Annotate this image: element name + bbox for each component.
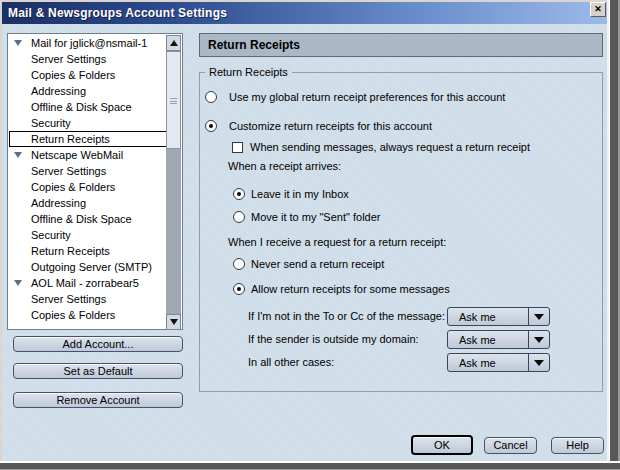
- twisty-down-icon[interactable]: [14, 40, 22, 46]
- tree-scrollbar[interactable]: [166, 35, 181, 330]
- tree-item-copies-folders[interactable]: Copies & Folders: [9, 67, 167, 83]
- tree-item-label: Copies & Folders: [31, 69, 115, 81]
- when-receive-request-label: When I receive a request for a return re…: [228, 234, 446, 250]
- tree-item-security-2[interactable]: Security: [9, 227, 167, 243]
- radio-customize[interactable]: Customize return receipts for this accou…: [205, 118, 432, 134]
- window-title: Mail & Newsgroups Account Settings: [2, 6, 227, 20]
- tree-item-label: Addressing: [31, 85, 86, 97]
- tree-item-label: Copies & Folders: [31, 181, 115, 193]
- twisty-down-icon[interactable]: [14, 152, 22, 158]
- tree-item-label: Offline & Disk Space: [31, 101, 132, 113]
- dropdown-value: Ask me: [448, 311, 528, 323]
- remove-account-button[interactable]: Remove Account: [13, 392, 183, 408]
- radio-label: Move it to my "Sent" folder: [251, 211, 380, 223]
- tree-item-label: Server Settings: [31, 165, 106, 177]
- chevron-down-icon: [534, 360, 544, 366]
- radio-label: Leave it in my Inbox: [251, 188, 349, 200]
- radio-icon[interactable]: [205, 120, 217, 132]
- scrollbar-thumb[interactable]: [166, 51, 181, 149]
- radio-icon[interactable]: [233, 211, 245, 223]
- ok-button[interactable]: OK: [411, 435, 473, 455]
- scroll-up-icon: [170, 40, 178, 46]
- close-button[interactable]: ✕: [590, 2, 606, 17]
- tree-item-label: Server Settings: [31, 293, 106, 305]
- radio-label: Allow return receipts for some messages: [251, 283, 450, 295]
- help-button[interactable]: Help: [551, 437, 604, 454]
- radio-never-send[interactable]: Never send a return receipt: [233, 256, 384, 272]
- add-account-button[interactable]: Add Account...: [13, 336, 183, 352]
- scroll-up-button[interactable]: [166, 35, 181, 51]
- tree-item-label: Mail for jglick@nsmail-1: [31, 37, 147, 49]
- radio-move-sent[interactable]: Move it to my "Sent" folder: [233, 209, 380, 225]
- tree-item-account-3[interactable]: AOL Mail - zorrabear5: [9, 275, 167, 291]
- set-as-default-button[interactable]: Set as Default: [13, 363, 183, 379]
- tree-item-offline-disk-2[interactable]: Offline & Disk Space: [9, 211, 167, 227]
- dropdown-value: Ask me: [448, 357, 528, 369]
- tree-item-security[interactable]: Security: [9, 115, 167, 131]
- tree-item-label: Security: [31, 229, 71, 241]
- tree-item-server-settings-3[interactable]: Server Settings: [9, 291, 167, 307]
- twisty-down-icon[interactable]: [14, 280, 22, 286]
- tree-item-label: Return Receipts: [31, 245, 110, 257]
- tree-item-label: Addressing: [31, 197, 86, 209]
- radio-icon[interactable]: [233, 283, 245, 295]
- checkbox-icon[interactable]: [232, 142, 243, 153]
- dropdown-arrow-button[interactable]: [528, 354, 549, 371]
- radio-icon[interactable]: [233, 188, 245, 200]
- rule-outside-domain-dropdown[interactable]: Ask me: [447, 330, 550, 349]
- tree-item-outgoing-server[interactable]: Outgoing Server (SMTP): [9, 259, 167, 275]
- panel-header: Return Receipts: [199, 33, 603, 57]
- tree-item-copies-folders-3[interactable]: Copies & Folders: [9, 307, 167, 323]
- tree-item-label: Return Receipts: [31, 133, 110, 145]
- dropdown-value: Ask me: [448, 334, 528, 346]
- tree-item-server-settings[interactable]: Server Settings: [9, 51, 167, 67]
- dropdown-arrow-button[interactable]: [528, 331, 549, 348]
- radio-allow-some[interactable]: Allow return receipts for some messages: [233, 281, 450, 297]
- tree-item-account-1[interactable]: Mail for jglick@nsmail-1: [9, 35, 167, 51]
- radio-label: Use my global return receipt preferences…: [229, 91, 505, 103]
- account-settings-dialog: Mail & Newsgroups Account Settings ✕ Mai…: [0, 0, 620, 470]
- tree-item-label: AOL Mail - zorrabear5: [31, 277, 139, 289]
- tree-item-return-receipts[interactable]: Return Receipts: [9, 131, 167, 147]
- tree-item-label: Security: [31, 117, 71, 129]
- rule-all-other-cases-dropdown[interactable]: Ask me: [447, 353, 550, 372]
- rule-not-in-to-cc-label: If I'm not in the To or Cc of the messag…: [248, 308, 445, 324]
- window-edge-bottom: [0, 461, 620, 470]
- rule-all-other-cases-label: In all other cases:: [248, 354, 334, 370]
- chevron-down-icon: [534, 314, 544, 320]
- tree-item-addressing[interactable]: Addressing: [9, 83, 167, 99]
- chevron-down-icon: [534, 337, 544, 343]
- account-tree-rows: Mail for jglick@nsmail-1 Server Settings…: [9, 35, 167, 323]
- tree-item-return-receipts-2[interactable]: Return Receipts: [9, 243, 167, 259]
- titlebar[interactable]: Mail & Newsgroups Account Settings: [2, 2, 608, 24]
- tree-item-label: Server Settings: [31, 53, 106, 65]
- scroll-down-button[interactable]: [166, 314, 181, 330]
- cancel-button[interactable]: Cancel: [484, 437, 537, 454]
- window-edge-left: [0, 0, 2, 470]
- tree-item-copies-folders-2[interactable]: Copies & Folders: [9, 179, 167, 195]
- rule-not-in-to-cc-dropdown[interactable]: Ask me: [447, 307, 550, 326]
- radio-icon[interactable]: [233, 258, 245, 270]
- panel-title: Return Receipts: [200, 38, 300, 52]
- tree-item-account-2[interactable]: Netscape WebMail: [9, 147, 167, 163]
- close-icon: ✕: [594, 4, 602, 14]
- tree-item-label: Netscape WebMail: [31, 149, 123, 161]
- tree-item-addressing-2[interactable]: Addressing: [9, 195, 167, 211]
- tree-item-server-settings-2[interactable]: Server Settings: [9, 163, 167, 179]
- window-edge-right: [607, 0, 620, 470]
- when-receipt-arrives-label: When a receipt arrives:: [228, 158, 341, 174]
- radio-global-preferences[interactable]: Use my global return receipt preferences…: [205, 89, 505, 105]
- radio-leave-inbox[interactable]: Leave it in my Inbox: [233, 186, 349, 202]
- groupbox-legend: Return Receipts: [205, 66, 292, 78]
- checkbox-always-request[interactable]: When sending messages, always request a …: [232, 139, 530, 155]
- tree-item-offline-disk[interactable]: Offline & Disk Space: [9, 99, 167, 115]
- rule-outside-domain-label: If the sender is outside my domain:: [248, 331, 419, 347]
- tree-item-label: Copies & Folders: [31, 309, 115, 321]
- radio-label: Never send a return receipt: [251, 258, 384, 270]
- radio-label: Customize return receipts for this accou…: [229, 120, 432, 132]
- dropdown-arrow-button[interactable]: [528, 308, 549, 325]
- tree-item-label: Outgoing Server (SMTP): [31, 261, 152, 273]
- scrollbar-grip-icon: [170, 98, 177, 104]
- radio-icon[interactable]: [205, 91, 217, 103]
- checkbox-label: When sending messages, always request a …: [250, 141, 530, 153]
